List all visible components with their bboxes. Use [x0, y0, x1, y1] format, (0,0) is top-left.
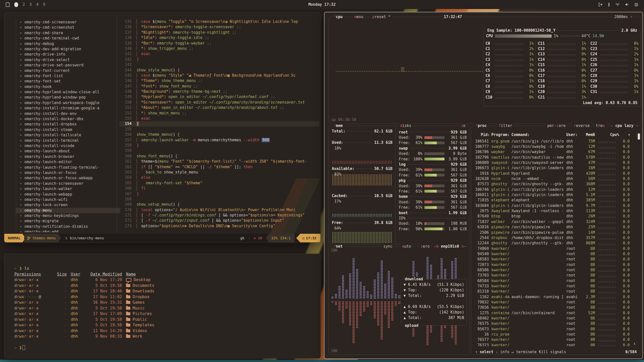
code-line[interactable]: 154}: [119, 121, 319, 126]
process-row[interactable]: 106811glycin-i/usr/lib/glycin-loadersdhh…: [474, 192, 637, 197]
code-line[interactable]: 169show_setup_menu() {: [119, 202, 319, 207]
proc-scrollbar[interactable]: [638, 133, 640, 346]
process-row[interactable]: 79032kworker/root0B0.0: [474, 299, 637, 305]
file-item[interactable]: ∗omarchy-migrate: [20, 218, 120, 224]
workspace-5[interactable]: 5: [43, 2, 45, 7]
code-line[interactable]: 136▏ *Screensaver*) omarchy-toggle-scree…: [119, 24, 319, 30]
process-row[interactable]: 72073kworker/root0B0.0: [474, 262, 637, 267]
ls-row[interactable]: drwxr-xr-x-dhh17 Nov 10:46Downloads: [14, 288, 320, 294]
proc-sort-nav[interactable]: ← cpu lazy →: [610, 123, 639, 128]
ls-row[interactable]: drwx------@-dhh17 Nov 11:02Dropbox: [14, 294, 320, 300]
process-row[interactable]: 68586kworker/root0B0.0: [474, 267, 637, 273]
net-auto-toggle[interactable]: auto: [401, 244, 412, 249]
net-zero-toggle[interactable]: zero: [419, 244, 431, 249]
process-row[interactable]: 94540kworker/root0B0.0: [474, 251, 637, 256]
workspace-4[interactable]: 4: [36, 2, 38, 7]
process-list[interactable]: 106541org.gnom/usr/bin/gjs /usr/lib/odhh…: [474, 139, 637, 346]
workspace-1-active[interactable]: [14, 2, 18, 7]
code-line[interactable]: 149▏ *Hyprland*) open_in_editor ~/.confi…: [119, 94, 319, 100]
code-line[interactable]: 140▏ *) show_trigger_menu ;;: [119, 46, 319, 51]
proc-filter[interactable]: filter: [497, 123, 513, 128]
process-row[interactable]: 73703kworker/root0B0.0: [474, 273, 637, 278]
file-item[interactable]: ∗omarchy-debug: [20, 41, 120, 47]
file-item[interactable]: ∗omarchy-hook: [20, 84, 120, 89]
terminal-window[interactable]: ~ ❯ lsPermissionsSizeUserDate ModifiedNa…: [4, 254, 321, 358]
code-line[interactable]: 151▏ *About*) open_in_editor ~/.config/o…: [119, 105, 319, 110]
process-row[interactable]: 106809swayosd-/usr/bin/swayosd-serverdhh…: [474, 160, 637, 165]
code-line[interactable]: 157▏ omarchy-launch-walker -m menus:omar…: [119, 138, 319, 143]
code-line[interactable]: 146▏ *Theme*) show_theme_menu ;;: [119, 78, 319, 83]
preset-button[interactable]: preset *: [371, 15, 392, 19]
clock[interactable]: Monday 17:32: [308, 2, 336, 7]
file-item[interactable]: ∗omarchy-cmd-screenshot: [20, 25, 120, 30]
process-row[interactable]: 76577kworker/root0B0.0: [474, 337, 637, 342]
update-interval[interactable]: - 2000ms +: [609, 15, 634, 19]
code-line[interactable]: 170▏ local options="♪ Audio\n≋ Wifi\nᛒ B…: [119, 207, 319, 213]
file-item[interactable]: ∗omarchy-install-terminal: [20, 138, 120, 143]
cpu-box-title[interactable]: ¹cpu: [332, 15, 344, 19]
file-item[interactable]: ∗omarchy-install-chromium-google-a: [20, 106, 120, 111]
code-line[interactable]: 148▏ *Background*) omarchy-theme-bg-next…: [119, 89, 319, 94]
file-item[interactable]: ∗omarchy-launch-walker: [20, 186, 120, 192]
net-sync-toggle[interactable]: sync: [382, 244, 394, 249]
workspace-2[interactable]: 2: [23, 2, 25, 7]
code-line[interactable]: 168: [119, 197, 319, 202]
process-row[interactable]: 87573ghostty/usr/bin/ghostty --gtk-dhh36…: [474, 182, 637, 187]
file-item[interactable]: ∗omarchy-lock-screen: [20, 202, 120, 208]
code-line[interactable]: 150▏ *Screensaver*) open_in_editor ~/.co…: [119, 100, 319, 105]
process-row[interactable]: 16rcu_preeroot0B0.0: [474, 332, 637, 337]
btop-window[interactable]: ¹cpu menu preset * 17:32:47 - 2000ms + u…: [324, 12, 643, 359]
process-row[interactable]: 1275containe/usr/bin/containerdroot52M0.…: [474, 310, 637, 315]
file-item[interactable]: ∗omarchy-font-current: [20, 68, 120, 73]
file-item[interactable]: ∗omarchy-launch-or-focus-webapp: [20, 175, 120, 181]
ls-row[interactable]: drwxr-xr-x-dhh9 Nov 08:33Work: [14, 334, 320, 339]
diagnostics-count[interactable]: ⊘ 30: [254, 236, 262, 240]
file-item[interactable]: ∗omarchy-menu-keybindings: [20, 213, 120, 218]
process-row[interactable]: 68402kworker/root0B0.0: [474, 315, 637, 321]
process-row[interactable]: 2544dropbox/home/dhh/.dropbox-distdhh357…: [474, 235, 637, 240]
io-toggle[interactable]: io: [460, 123, 467, 128]
code-line[interactable]: 145▏ case $(menu "Style" "◕ Theme\nƒ Fon…: [119, 73, 319, 78]
file-item[interactable]: ∗omarchy-drive-set-password: [20, 63, 120, 68]
process-row[interactable]: 71837walker/usr/bin/walker --gappldhh324…: [474, 219, 637, 224]
workspace-3[interactable]: 3: [29, 2, 32, 7]
process-row[interactable]: 2506pipewire/usr/bin/pipewire-pulsedhh14…: [474, 230, 637, 235]
git-branch[interactable]: themes-menu: [24, 234, 61, 242]
bluetooth-icon[interactable]: ᛒ: [608, 2, 610, 7]
pane-separator[interactable]: [117, 15, 117, 232]
ls-row[interactable]: drwxr-xr-x-dhh5 Oct 19:58Music: [14, 305, 320, 311]
proc-header[interactable]: Pid:Program:Command:User:MemBCpu%↑: [474, 132, 637, 137]
code-line[interactable]: 155: [119, 127, 319, 132]
file-item[interactable]: ∗omarchy-menu: [16, 208, 120, 213]
process-row[interactable]: 73656kworker/root0B0.0: [474, 305, 637, 310]
process-row[interactable]: 102638nvimnvim --embed .dhh56M0.0: [474, 176, 637, 181]
file-item[interactable]: ∗omarchy-install-tailscale: [20, 132, 120, 138]
ls-row[interactable]: drwxr-xr-x-dhh11 Nov 14:29Videos: [14, 328, 320, 334]
file-item[interactable]: ∗omarchy-launch-browser: [20, 154, 120, 159]
net-interface[interactable]: ←b enp191s0 n→: [433, 244, 467, 249]
code-line[interactable]: 172▏ [ -f ~/.config/hypr/input.conf ] &&…: [119, 218, 319, 223]
code-editor[interactable]: 135▏ case $(menu "Toggle" "⊡ Screensaver…: [119, 19, 319, 232]
process-row[interactable]: 76575kworker/root0B0.0: [474, 321, 637, 326]
code-line[interactable]: 153▏ esac: [119, 116, 319, 121]
code-line[interactable]: 164▏ else: [119, 175, 319, 180]
file-item[interactable]: ∗omarchy-install-docker-dbs: [20, 116, 120, 122]
process-row[interactable]: 81310kworker/root0B0.0: [474, 289, 637, 294]
process-row[interactable]: 71835elephantelephantdhh385M0.0: [474, 198, 637, 203]
file-item[interactable]: ∗omarchy-launch-or-focus: [20, 170, 120, 175]
proc-footer[interactable]: ↑ select ↓ info ↵ terminate Kill signals…: [474, 350, 638, 354]
menu-button[interactable]: menu: [353, 15, 365, 19]
process-row[interactable]: 1162avahi-daavahi-daemon: running [avahi…: [474, 294, 637, 299]
code-line[interactable]: 152▏ *) show_main_menu ;;: [119, 111, 319, 116]
process-row[interactable]: 76313kworker/root0B0.0: [474, 342, 637, 346]
code-line[interactable]: 161▏ theme=$(menu "Font" "$(omarchy-font…: [119, 159, 319, 164]
process-row[interactable]: 106777swaybg/usr/bin/swaybg -i /homdhh12…: [474, 144, 637, 149]
code-line[interactable]: 137▏ *Nightlight*) omarchy-toggle-nightl…: [119, 30, 319, 35]
ls-row[interactable]: drwxr-xr-x-dhh5 Oct 19:58Templates: [14, 322, 320, 328]
process-row[interactable]: 63816pipewire/usr/bin/pipewiredhh25M0.0: [474, 224, 637, 230]
proc-box-title[interactable]: ⁴proc: [474, 123, 488, 128]
code-line[interactable]: 163▏ back_to show_style_menu: [119, 170, 319, 175]
code-line[interactable]: 144show_style_menu() {: [119, 68, 319, 73]
code-line[interactable]: 166▏ fi: [119, 186, 319, 191]
ls-row[interactable]: drwxr-xr-x-dhh5 Oct 19:58Documents: [14, 283, 320, 289]
